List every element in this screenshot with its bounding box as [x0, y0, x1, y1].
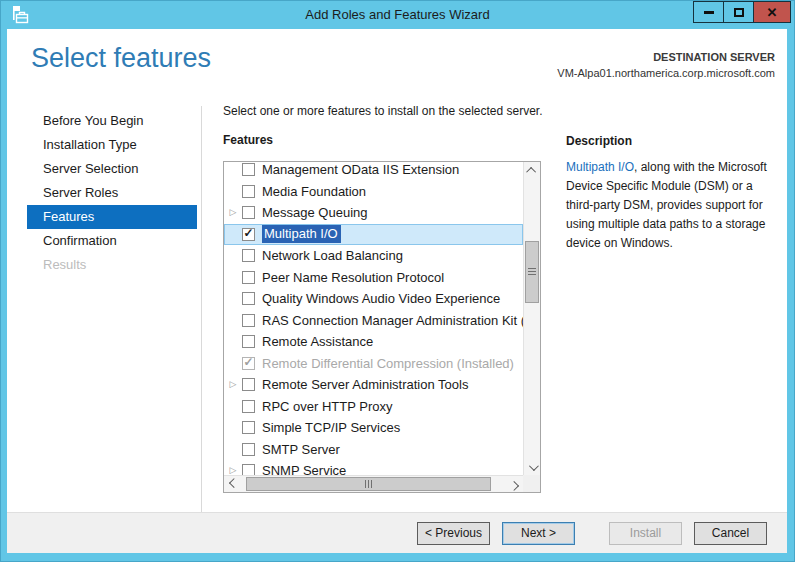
feature-label: Management OData IIS Extension [262, 162, 459, 177]
feature-row-management-odata-iis-extension[interactable]: Management OData IIS Extension [224, 162, 523, 181]
horizontal-scrollbar-thumb[interactable] [246, 477, 491, 491]
feature-row-network-load-balancing[interactable]: Network Load Balancing [224, 245, 523, 267]
page-title: Select features [31, 43, 211, 74]
feature-row-smtp-server[interactable]: SMTP Server [224, 439, 523, 461]
feature-label: Quality Windows Audio Video Experience [262, 291, 500, 306]
destination-server-label: DESTINATION SERVER [557, 51, 775, 63]
wizard-footer: < PreviousNext >InstallCancel [7, 512, 787, 553]
feature-row-remote-differential-compression-installed[interactable]: ✓Remote Differential Compression (Instal… [224, 353, 523, 375]
expand-arrow-icon[interactable]: ▷ [224, 466, 242, 475]
feature-label: Message Queuing [262, 205, 368, 220]
chevron-up-icon [526, 166, 536, 176]
instruction-text: Select one or more features to install o… [223, 104, 543, 118]
scroll-down-button[interactable] [524, 459, 540, 475]
feature-checkbox[interactable] [242, 206, 255, 219]
feature-row-message-queuing[interactable]: ▷Message Queuing [224, 202, 523, 224]
feature-row-media-foundation[interactable]: Media Foundation [224, 181, 523, 203]
description-text: Multipath I/O, along with the Microsoft … [566, 158, 782, 253]
feature-label: Remote Server Administration Tools [262, 377, 468, 392]
checkmark-icon: ✓ [243, 356, 253, 368]
checkmark-icon: ✓ [243, 227, 253, 239]
feature-checkbox[interactable] [242, 400, 255, 413]
vertical-scrollbar[interactable] [523, 162, 540, 475]
feature-label: Remote Differential Compression (Install… [262, 356, 514, 371]
feature-label: Simple TCP/IP Services [262, 420, 400, 435]
feature-row-rpc-over-http-proxy[interactable]: RPC over HTTP Proxy [224, 396, 523, 418]
scrollbar-grip-icon [528, 268, 536, 276]
feature-row-multipath-i-o[interactable]: ✓Multipath I/O [224, 224, 523, 246]
cancel-button[interactable]: Cancel [694, 522, 767, 545]
wizard-sidebar: Before You BeginInstallation TypeServer … [7, 109, 201, 277]
feature-checkbox[interactable]: ✓ [242, 228, 255, 241]
feature-label: RAS Connection Manager Administration Ki… [262, 313, 523, 328]
feature-checkbox[interactable] [242, 314, 255, 327]
feature-row-snmp-service[interactable]: ▷SNMP Service [224, 460, 523, 475]
feature-row-peer-name-resolution-protocol[interactable]: Peer Name Resolution Protocol [224, 267, 523, 289]
sidebar-divider [201, 106, 202, 514]
feature-checkbox[interactable] [242, 378, 255, 391]
scrollbar-corner [523, 475, 540, 492]
maximize-button[interactable] [723, 1, 754, 23]
sidebar-item-features[interactable]: Features [27, 205, 197, 229]
next-button[interactable]: Next > [502, 522, 575, 545]
chevron-left-icon [228, 478, 238, 488]
maximize-icon [734, 8, 744, 17]
sidebar-item-confirmation[interactable]: Confirmation [27, 229, 197, 253]
wizard-body: Select features DESTINATION SERVER VM-Al… [7, 29, 787, 553]
vertical-scrollbar-thumb[interactable] [525, 241, 539, 303]
previous-button[interactable]: < Previous [417, 522, 490, 545]
feature-label: Remote Assistance [262, 334, 373, 349]
title-bar[interactable]: Add Roles and Features Wizard ✕ [1, 1, 794, 29]
minimize-button[interactable] [693, 1, 724, 23]
wizard-window: Add Roles and Features Wizard ✕ Select f… [0, 0, 795, 562]
destination-server-name: VM-Alpa01.northamerica.corp.microsoft.co… [557, 67, 775, 79]
feature-checkbox[interactable] [242, 421, 255, 434]
chevron-down-icon [528, 461, 538, 471]
scrollbar-grip-icon [365, 480, 373, 488]
feature-label: SMTP Server [262, 442, 340, 457]
feature-row-remote-server-administration-tools[interactable]: ▷Remote Server Administration Tools [224, 374, 523, 396]
feature-row-simple-tcp-ip-services[interactable]: Simple TCP/IP Services [224, 417, 523, 439]
feature-checkbox: ✓ [242, 357, 255, 370]
feature-checkbox[interactable] [242, 185, 255, 198]
sidebar-item-installation-type[interactable]: Installation Type [27, 133, 197, 157]
features-list-title: Features [223, 133, 273, 147]
features-list-viewport: Management OData IIS ExtensionMedia Foun… [224, 162, 523, 475]
sidebar-item-results: Results [27, 253, 197, 277]
scroll-up-button[interactable] [524, 162, 540, 178]
feature-checkbox[interactable] [242, 271, 255, 284]
feature-label: Multipath I/O [262, 225, 341, 243]
close-button[interactable]: ✕ [753, 1, 791, 23]
feature-checkbox[interactable] [242, 249, 255, 262]
feature-checkbox[interactable] [242, 464, 255, 475]
expand-arrow-icon[interactable]: ▷ [224, 208, 242, 217]
sidebar-item-before-you-begin[interactable]: Before You Begin [27, 109, 197, 133]
minimize-icon [704, 11, 714, 14]
window-title: Add Roles and Features Wizard [1, 7, 794, 22]
feature-label: RPC over HTTP Proxy [262, 399, 393, 414]
feature-row-remote-assistance[interactable]: Remote Assistance [224, 331, 523, 353]
close-icon: ✕ [767, 6, 778, 19]
feature-row-ras-connection-manager-administration-kit-cma[interactable]: RAS Connection Manager Administration Ki… [224, 310, 523, 332]
expand-arrow-icon[interactable]: ▷ [224, 380, 242, 389]
features-rows: Management OData IIS ExtensionMedia Foun… [224, 162, 523, 475]
scroll-left-button[interactable] [224, 476, 240, 492]
destination-server-block: DESTINATION SERVER VM-Alpa01.northameric… [557, 51, 775, 79]
sidebar-item-server-selection[interactable]: Server Selection [27, 157, 197, 181]
feature-label: Peer Name Resolution Protocol [262, 270, 444, 285]
feature-checkbox[interactable] [242, 335, 255, 348]
features-list[interactable]: Management OData IIS ExtensionMedia Foun… [223, 161, 541, 493]
window-controls: ✕ [694, 1, 791, 23]
scroll-right-button[interactable] [507, 476, 523, 492]
horizontal-scrollbar[interactable] [224, 475, 523, 492]
feature-label: Network Load Balancing [262, 248, 403, 263]
feature-checkbox[interactable] [242, 443, 255, 456]
feature-checkbox[interactable] [242, 292, 255, 305]
description-title: Description [566, 134, 632, 148]
chevron-right-icon [509, 480, 519, 490]
feature-label: SNMP Service [262, 463, 346, 475]
feature-row-quality-windows-audio-video-experience[interactable]: Quality Windows Audio Video Experience [224, 288, 523, 310]
description-feature-link[interactable]: Multipath I/O [566, 160, 634, 174]
feature-checkbox[interactable] [242, 163, 255, 176]
sidebar-item-server-roles[interactable]: Server Roles [27, 181, 197, 205]
